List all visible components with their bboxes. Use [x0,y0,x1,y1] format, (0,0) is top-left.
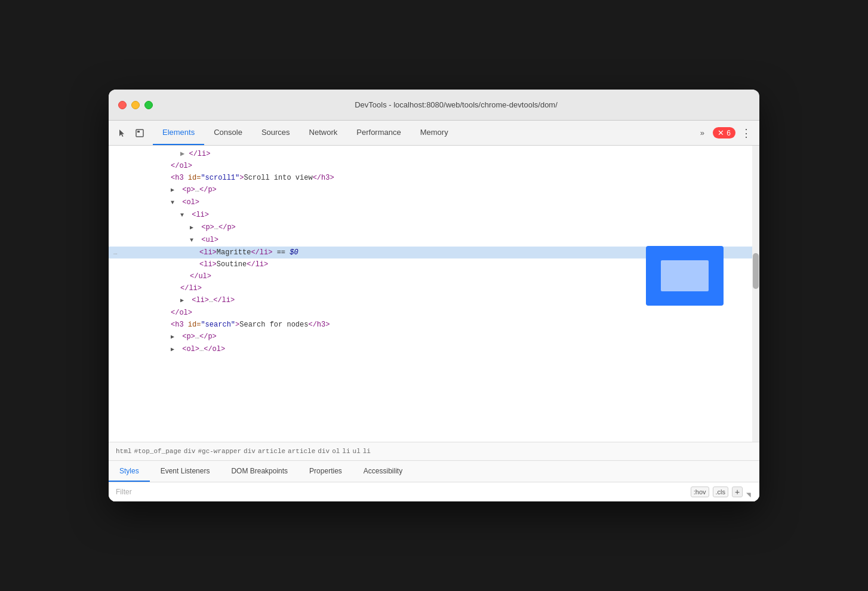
dom-scrollbar-thumb[interactable] [753,253,759,289]
dom-line: ▶ <p>…</p> [109,331,759,343]
breadcrumb-li-1[interactable]: li [342,448,350,455]
tab-bar: Elements Console Sources Network Perform… [109,121,759,146]
tab-accessibility[interactable]: Accessibility [353,461,413,482]
breadcrumb-div-1[interactable]: div [184,448,196,455]
dom-panel[interactable]: ▶ </li> </ol> <h3 id="scroll1">Scroll in… [109,146,759,442]
dom-line: ▶ </li> [109,148,759,160]
filter-input[interactable] [109,482,686,501]
dom-scrollbar[interactable] [752,146,759,442]
dom-line: </ol> [109,307,759,319]
error-icon: ✕ [718,128,724,137]
window-title: DevTools - localhost:8080/web/tools/chro… [162,100,750,109]
dom-line: ▼ <ul> [109,234,759,247]
hov-button[interactable]: :hov [691,487,709,497]
breadcrumb-ol[interactable]: ol [332,448,340,455]
tab-properties[interactable]: Properties [298,461,353,482]
breadcrumb-ul[interactable]: ul [353,448,361,455]
breadcrumb-html[interactable]: html [116,448,131,455]
cls-button[interactable]: .cls [713,487,729,497]
title-bar: DevTools - localhost:8080/web/tools/chro… [109,90,759,121]
main-content: ▶ </li> </ol> <h3 id="scroll1">Scroll in… [109,146,759,501]
inspect-icon[interactable] [131,125,148,141]
error-badge[interactable]: ✕ 6 [713,127,735,138]
breadcrumb-article-2[interactable]: article [288,448,315,455]
tab-performance[interactable]: Performance [347,121,410,145]
more-tabs-icon[interactable]: » [694,125,710,141]
tab-bar-left-icons [113,121,148,145]
close-button[interactable] [118,101,127,109]
bottom-panel: Styles Event Listeners DOM Breakpoints P… [109,461,759,501]
breadcrumb-gc-wrapper[interactable]: #gc-wrapper [198,448,241,455]
breadcrumb-li-2[interactable]: li [363,448,371,455]
minimize-button[interactable] [131,101,140,109]
filter-buttons: :hov .cls + [686,487,759,497]
traffic-lights [118,101,153,109]
dom-line: <h3 id="search">Search for nodes</h3> [109,319,759,331]
breadcrumb-bar: html #top_of_page div #gc-wrapper div ar… [109,442,759,461]
tab-dom-breakpoints[interactable]: DOM Breakpoints [220,461,298,482]
tab-event-listeners[interactable]: Event Listeners [150,461,221,482]
dom-line: </ol> [109,160,759,172]
dom-line: ▼ <li> [109,209,759,221]
tab-styles[interactable]: Styles [109,461,150,482]
tab-console[interactable]: Console [204,121,252,145]
breadcrumb-div-2[interactable]: div [244,448,256,455]
devtools-window: DevTools - localhost:8080/web/tools/chro… [109,90,759,501]
tab-network[interactable]: Network [300,121,347,145]
element-highlight-preview [646,246,724,306]
maximize-button[interactable] [144,101,153,109]
bottom-tabs: Styles Event Listeners DOM Breakpoints P… [109,461,759,482]
devtools-menu-button[interactable]: ⋮ [738,125,755,141]
breadcrumb-article-1[interactable]: article [258,448,285,455]
tab-bar-right: » ✕ 6 ⋮ [694,121,755,145]
dom-line: <h3 id="scroll1">Scroll into view</h3> [109,172,759,184]
svg-rect-1 [137,131,140,133]
tab-sources[interactable]: Sources [252,121,300,145]
tab-memory[interactable]: Memory [411,121,458,145]
element-highlight-inner [661,260,709,291]
breadcrumb-div-3[interactable]: div [318,448,330,455]
breadcrumb-top-of-page[interactable]: #top_of_page [134,448,181,455]
filter-bar: :hov .cls + [109,482,759,501]
tab-elements[interactable]: Elements [153,121,204,145]
cursor-icon[interactable] [113,125,130,141]
dom-line: ▼ <ol> [109,196,759,209]
svg-rect-0 [136,130,143,137]
main-tabs: Elements Console Sources Network Perform… [153,121,694,145]
dom-line: ▶ <p>…</p> [109,221,759,234]
add-style-button[interactable]: + [732,487,743,497]
dots-indicator: … [113,247,118,258]
dom-line: ▶ <ol>…</ol> [109,343,759,356]
resize-corner[interactable] [746,488,753,495]
dom-line: ▶ <p>…</p> [109,184,759,196]
